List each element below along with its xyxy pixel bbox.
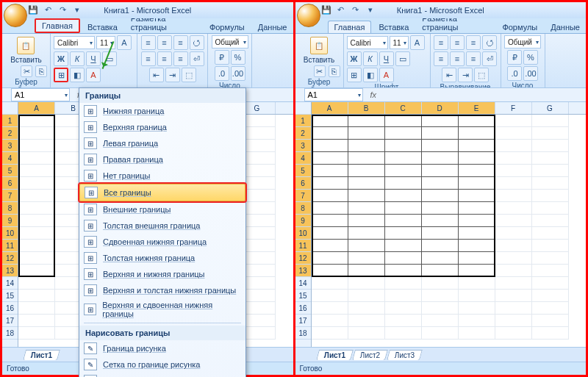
cell[interactable] (348, 277, 385, 290)
cell[interactable] (18, 327, 55, 340)
cell[interactable] (385, 127, 422, 140)
cell[interactable] (422, 315, 459, 327)
cell[interactable] (495, 115, 532, 127)
cell[interactable] (18, 127, 55, 140)
cell[interactable] (385, 140, 422, 152)
cell[interactable] (532, 290, 569, 302)
cell[interactable] (312, 115, 348, 127)
borders-menu-item[interactable]: ⊞Нижняя граница (79, 103, 245, 119)
cell[interactable] (495, 240, 532, 252)
cell[interactable] (532, 152, 569, 165)
align-center-icon[interactable]: ≡ (157, 51, 172, 66)
sheet-tab-1[interactable]: Лист1 (23, 350, 60, 360)
row-header[interactable]: 17 (2, 315, 18, 327)
font-name-select[interactable]: Calibri (347, 36, 388, 49)
cell[interactable] (385, 290, 422, 302)
currency-icon[interactable]: ₽ (215, 50, 229, 65)
cell[interactable] (18, 165, 55, 177)
row-header[interactable]: 8 (295, 202, 311, 215)
cut-icon[interactable]: ✂ (314, 65, 326, 77)
cell[interactable] (348, 127, 385, 140)
tab-home[interactable]: Главная (328, 21, 372, 33)
borders-button[interactable]: ⊞ (347, 68, 362, 82)
cut-icon[interactable]: ✂ (21, 65, 32, 77)
cell[interactable] (532, 302, 569, 315)
dec-inc-icon[interactable]: .0 (215, 66, 229, 81)
cell[interactable] (312, 190, 348, 202)
paste-button[interactable]: 📋 Вставить (301, 35, 337, 65)
cell[interactable] (495, 177, 532, 190)
cell[interactable] (422, 290, 459, 302)
row-header[interactable]: 9 (295, 215, 311, 227)
cell[interactable] (348, 265, 385, 277)
cell[interactable] (495, 227, 532, 240)
cell[interactable] (422, 177, 459, 190)
align-right-icon[interactable]: ≡ (466, 51, 481, 66)
cell[interactable] (532, 265, 569, 277)
underline-button[interactable]: Ч (86, 51, 101, 66)
cell[interactable] (348, 315, 385, 327)
cell[interactable] (495, 327, 532, 340)
cell[interactable] (312, 240, 348, 252)
office-button[interactable] (4, 4, 27, 27)
cell[interactable] (459, 277, 495, 290)
indent-inc-icon[interactable]: ⇥ (458, 68, 473, 82)
indent-inc-icon[interactable]: ⇥ (165, 68, 180, 82)
cell[interactable] (18, 202, 55, 215)
row-header[interactable]: 15 (2, 290, 18, 302)
redo-icon[interactable]: ↷ (350, 4, 362, 15)
align-mid-icon[interactable]: ≡ (450, 35, 465, 50)
align-bot-icon[interactable]: ≡ (466, 35, 481, 50)
col-header[interactable]: D (422, 102, 459, 114)
cell[interactable] (532, 327, 569, 340)
borders-menu-item[interactable]: ⊞Все границы (79, 184, 245, 201)
cell[interactable] (18, 290, 55, 302)
cell[interactable] (348, 140, 385, 152)
indent-dec-icon[interactable]: ⇤ (149, 68, 164, 82)
cell[interactable] (532, 252, 569, 265)
cell[interactable] (385, 227, 422, 240)
col-header[interactable]: A (312, 102, 348, 114)
border-side-icon[interactable]: ▭ (102, 51, 117, 66)
indent-dec-icon[interactable]: ⇤ (442, 68, 456, 82)
align-left-icon[interactable]: ≡ (434, 51, 448, 66)
office-button[interactable] (297, 4, 320, 27)
cell[interactable] (385, 152, 422, 165)
cell[interactable] (459, 227, 495, 240)
cell[interactable] (348, 327, 385, 340)
qat-more-icon[interactable]: ▾ (71, 4, 83, 15)
cell[interactable] (18, 277, 55, 290)
row-header[interactable]: 1 (2, 115, 18, 127)
fx-icon[interactable]: fx (370, 90, 377, 99)
font-size-select[interactable]: 11 (390, 36, 409, 49)
cell[interactable] (532, 165, 569, 177)
cell[interactable] (495, 165, 532, 177)
cell[interactable] (422, 327, 459, 340)
cell[interactable] (495, 202, 532, 215)
row-header[interactable]: 18 (295, 327, 311, 340)
sheet-tab-3[interactable]: Лист3 (387, 350, 423, 360)
row-header[interactable]: 2 (2, 127, 18, 140)
cell[interactable] (532, 127, 569, 140)
cell[interactable] (422, 202, 459, 215)
cell[interactable] (459, 115, 495, 127)
align-right-icon[interactable]: ≡ (173, 51, 188, 66)
cell[interactable] (312, 127, 348, 140)
number-format-select[interactable]: Общий (504, 35, 541, 49)
row-header[interactable]: 4 (2, 152, 18, 165)
cell[interactable] (495, 127, 532, 140)
redo-icon[interactable]: ↷ (57, 4, 68, 15)
cell[interactable] (385, 215, 422, 227)
cell[interactable] (312, 152, 348, 165)
cell[interactable] (532, 277, 569, 290)
cell[interactable] (422, 227, 459, 240)
align-top-icon[interactable]: ≡ (141, 35, 156, 50)
border-side-icon[interactable]: ▭ (395, 51, 410, 66)
tab-insert[interactable]: Вставка (373, 21, 415, 33)
draw-borders-menu-item[interactable]: ✎Стереть границу (79, 373, 245, 377)
paste-button[interactable]: 📋 Вставить (7, 35, 44, 65)
cell[interactable] (495, 215, 532, 227)
cell[interactable] (312, 165, 348, 177)
italic-button[interactable]: К (70, 51, 85, 66)
name-box[interactable]: A1 (11, 88, 70, 101)
